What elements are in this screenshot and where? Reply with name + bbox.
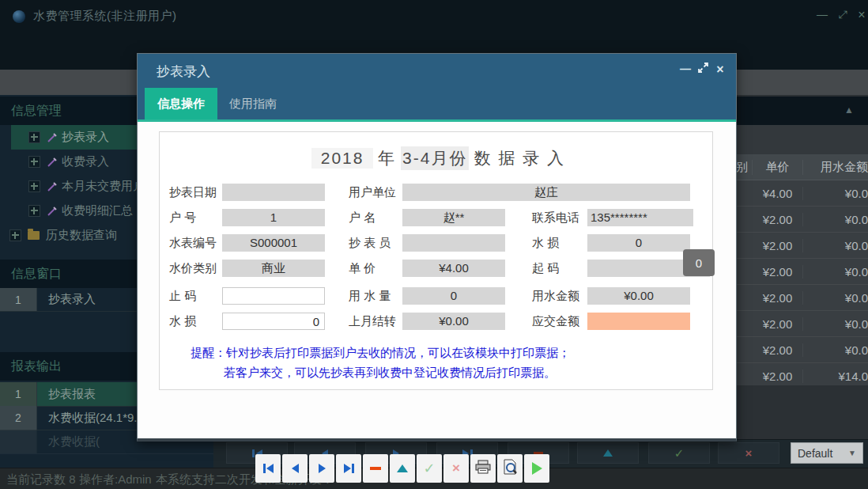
- field-water-usage: 0: [402, 287, 505, 305]
- wand-icon: [47, 132, 58, 143]
- dialog-maximize-icon[interactable]: [696, 63, 710, 75]
- nav-edit-button[interactable]: [577, 442, 639, 464]
- label-user-unit: 用户单位: [349, 184, 396, 201]
- label-price-type: 水价类别: [169, 260, 217, 277]
- title-bar: 水费管理系统(非注册用户) — ⤢ ×: [0, 0, 868, 33]
- window-close-icon[interactable]: ×: [854, 8, 868, 22]
- prev-button[interactable]: [282, 454, 308, 483]
- year-input[interactable]: 2018: [311, 148, 373, 169]
- field-meter-reader: [402, 234, 505, 252]
- table-row[interactable]: ¥2.00¥14.0: [715, 363, 868, 385]
- meter-entry-dialog: 抄表录入 — × 信息操作 使用指南 2018年3-4月份数 据 录 入 抄表日…: [137, 53, 737, 442]
- month-input[interactable]: 3-4月份: [401, 146, 469, 170]
- label-water-usage: 用 水 量: [349, 287, 391, 305]
- preview-button[interactable]: [497, 454, 523, 483]
- expand-plus-icon[interactable]: [28, 131, 40, 143]
- wand-icon: [47, 157, 58, 168]
- expand-plus-icon[interactable]: [28, 180, 40, 192]
- dialog-title-bar[interactable]: 抄表录入 — ×: [138, 54, 736, 88]
- window-maximize-icon[interactable]: ⤢: [835, 8, 851, 21]
- table-row[interactable]: ¥2.00¥0.0: [715, 337, 868, 363]
- label-meter-no: 水表编号: [169, 234, 217, 252]
- check-icon: ✓: [674, 446, 685, 461]
- label-water-loss-input: 水 损: [169, 313, 196, 330]
- label-water-loss: 水 损: [532, 234, 559, 252]
- expand-plus-icon[interactable]: [9, 229, 21, 241]
- edit-icon: [397, 464, 408, 472]
- dialog-close-icon[interactable]: ×: [713, 63, 727, 77]
- field-meter-no: S000001: [222, 234, 325, 252]
- app-logo-icon: [13, 10, 25, 23]
- reminder-line2: 若客户来交，可以先抄表再到收费中登记收费情况后打印票据。: [224, 366, 556, 381]
- last-record-icon: [344, 464, 351, 473]
- collapse-up-icon[interactable]: ▲: [844, 104, 854, 116]
- edit-button[interactable]: [390, 454, 415, 483]
- field-unit-price: ¥4.00: [402, 260, 505, 277]
- label-end-code: 止 码: [169, 287, 196, 305]
- execute-button[interactable]: [524, 454, 549, 483]
- delete-button[interactable]: [363, 454, 388, 483]
- dialog-tab-bar: 信息操作 使用指南: [138, 88, 736, 122]
- label-phone: 联系电话: [532, 209, 579, 226]
- table-row[interactable]: ¥2.00¥0.0: [715, 233, 868, 259]
- dialog-tab-user-guide[interactable]: 使用指南: [217, 88, 289, 119]
- value-tooltip: 0: [683, 249, 715, 276]
- label-usage-amount: 用水金额: [532, 287, 579, 305]
- first-record-icon: [252, 449, 255, 457]
- cross-icon: ×: [745, 446, 753, 460]
- table-row[interactable]: ¥2.00¥0.0: [715, 285, 868, 311]
- next-record-icon: [319, 464, 326, 473]
- folder-icon: [28, 231, 40, 240]
- print-button[interactable]: [470, 454, 496, 483]
- field-carry-over: ¥0.00: [402, 313, 505, 330]
- dialog-tab-info-operation[interactable]: 信息操作: [145, 88, 217, 119]
- table-row[interactable]: ¥4.00¥0.0: [715, 180, 868, 207]
- prev-record-icon: [292, 464, 299, 473]
- table-row[interactable]: ¥2.00¥0.0: [715, 207, 868, 233]
- layout-preset-dropdown[interactable]: Default ▼: [791, 442, 863, 464]
- delete-icon: [370, 467, 381, 470]
- check-icon: ✓: [423, 460, 435, 477]
- cancel-button[interactable]: ×: [443, 454, 469, 483]
- table-header-row: 别 单价 用水金额: [715, 154, 868, 180]
- confirm-button[interactable]: ✓: [417, 454, 442, 483]
- expand-plus-icon[interactable]: [28, 156, 40, 168]
- cross-icon: ×: [452, 461, 460, 476]
- first-button[interactable]: [255, 454, 281, 483]
- record-toolbar: ✓ ×: [255, 454, 549, 483]
- field-account-name: 赵**: [402, 209, 505, 226]
- window-title: 水费管理系统(非注册用户): [33, 9, 177, 24]
- nav-cancel-button[interactable]: ×: [718, 442, 779, 464]
- label-account-no: 户 号: [169, 209, 196, 226]
- wand-icon: [47, 206, 58, 217]
- operator: 操作者:Admin: [79, 472, 152, 487]
- field-phone: 135********: [587, 209, 693, 226]
- dialog-body: 2018年3-4月份数 据 录 入 抄表日期 用户单位 赵庄 户 号 1 户 名…: [138, 122, 736, 438]
- expand-plus-icon[interactable]: [28, 205, 40, 217]
- play-icon: [532, 462, 542, 475]
- label-meter-reader: 抄 表 员: [349, 234, 391, 252]
- window-minimize-icon[interactable]: —: [814, 8, 830, 21]
- dialog-minimize-icon[interactable]: —: [678, 63, 693, 75]
- preview-icon: [502, 459, 518, 478]
- table-row[interactable]: ¥2.00¥0.0: [715, 259, 868, 285]
- field-payable-amount: [587, 313, 690, 330]
- last-button[interactable]: [336, 454, 361, 483]
- label-payable: 应交金额: [532, 313, 579, 330]
- label-carry-over: 上月结转: [349, 313, 396, 330]
- dialog-title: 抄表录入: [157, 63, 210, 81]
- end-code-input[interactable]: [222, 287, 325, 305]
- edit-icon: [603, 449, 613, 457]
- table-row[interactable]: ¥2.00¥0.0: [715, 311, 868, 337]
- field-account-no: 1: [222, 209, 325, 226]
- field-reading-date: [222, 184, 325, 201]
- water-loss-input[interactable]: [222, 313, 325, 330]
- col-header-price: 单价: [753, 160, 803, 175]
- nav-confirm-button[interactable]: ✓: [648, 442, 710, 464]
- label-unit-price: 单 价: [349, 260, 376, 277]
- printer-icon: [475, 460, 491, 477]
- label-reading-date: 抄表日期: [169, 184, 217, 201]
- field-user-unit: 赵庄: [402, 184, 690, 201]
- wand-icon: [47, 181, 58, 192]
- next-button[interactable]: [309, 454, 334, 483]
